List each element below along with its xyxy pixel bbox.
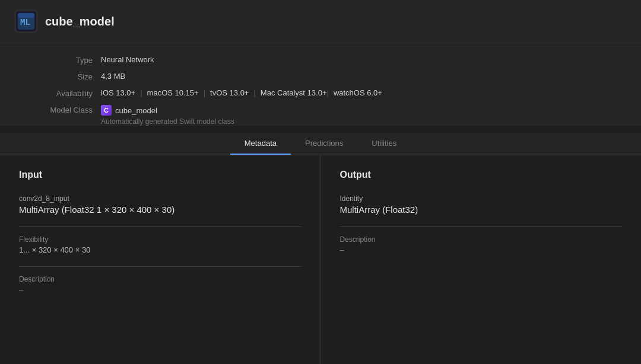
input-field-block: conv2d_8_input MultiArray (Float32 1 × 3… bbox=[19, 194, 302, 215]
avail-ios: iOS 13.0+ bbox=[101, 88, 135, 97]
input-flexibility-block: Flexibility 1... × 320 × 400 × 30 bbox=[19, 235, 302, 254]
input-field-value: MultiArray (Float32 1 × 320 × 400 × 30) bbox=[19, 205, 302, 215]
tab-utilities[interactable]: Utilities bbox=[357, 133, 411, 155]
avail-catalyst: Mac Catalyst 13.0+ bbox=[261, 88, 327, 97]
size-row: Size 4,3 MB bbox=[24, 72, 617, 81]
output-field-block: Identity MultiArray (Float32) bbox=[340, 194, 623, 215]
input-description-value: – bbox=[19, 285, 302, 294]
header: ML cube_model bbox=[0, 0, 641, 43]
output-description-block: Description – bbox=[340, 235, 623, 254]
avail-watchos: watchOS 6.0+ bbox=[334, 88, 382, 97]
model-class-label: Model Class bbox=[24, 105, 101, 114]
svg-text:ML: ML bbox=[20, 17, 30, 27]
svg-rect-4 bbox=[18, 13, 34, 18]
input-flexibility-value: 1... × 320 × 400 × 30 bbox=[19, 245, 302, 254]
output-description-value: – bbox=[340, 245, 623, 254]
metadata-section: Type Neural Network Size 4,3 MB Availabi… bbox=[0, 43, 641, 126]
input-panel-title: Input bbox=[19, 170, 302, 180]
availability-label: Availability bbox=[24, 88, 101, 98]
type-row: Type Neural Network bbox=[24, 55, 617, 65]
output-panel: Output Identity MultiArray (Float32) Des… bbox=[321, 155, 642, 364]
output-divider-1 bbox=[340, 226, 623, 227]
output-field-name: Identity bbox=[340, 194, 623, 203]
size-value: 4,3 MB bbox=[101, 72, 617, 81]
class-icon: C bbox=[101, 105, 112, 116]
model-class-name-row: C cube_model bbox=[101, 105, 234, 116]
tab-metadata[interactable]: Metadata bbox=[230, 133, 291, 155]
avail-macos: macOS 10.15+ bbox=[147, 88, 199, 97]
input-field-name: conv2d_8_input bbox=[19, 194, 302, 203]
avail-tvos: tvOS 13.0+ bbox=[210, 88, 249, 97]
tab-predictions[interactable]: Predictions bbox=[291, 133, 357, 155]
output-field-value: MultiArray (Float32) bbox=[340, 205, 623, 215]
model-class-name-text: cube_model bbox=[115, 106, 157, 115]
input-divider-2 bbox=[19, 266, 302, 267]
type-value: Neural Network bbox=[101, 55, 617, 64]
output-panel-title: Output bbox=[340, 170, 623, 180]
availability-items: iOS 13.0+ | macOS 10.15+ | tvOS 13.0+ | … bbox=[101, 88, 617, 97]
tab-bar: Metadata Predictions Utilities bbox=[0, 133, 641, 155]
model-class-row: Model Class C cube_model Automatically g… bbox=[24, 105, 617, 126]
model-class-subtitle: Automatically generated Swift model clas… bbox=[101, 117, 234, 126]
model-title: cube_model bbox=[45, 15, 115, 28]
input-description-block: Description – bbox=[19, 275, 302, 294]
input-description-label: Description bbox=[19, 275, 302, 283]
input-panel: Input conv2d_8_input MultiArray (Float32… bbox=[0, 155, 321, 364]
input-flexibility-label: Flexibility bbox=[19, 235, 302, 244]
model-class-content: C cube_model Automatically generated Swi… bbox=[101, 105, 234, 126]
model-file-icon: ML bbox=[14, 9, 38, 33]
size-label: Size bbox=[24, 72, 101, 81]
input-divider-1 bbox=[19, 226, 302, 227]
main-content: Input conv2d_8_input MultiArray (Float32… bbox=[0, 155, 641, 364]
type-label: Type bbox=[24, 55, 101, 65]
output-description-label: Description bbox=[340, 235, 623, 244]
availability-row: Availability iOS 13.0+ | macOS 10.15+ | … bbox=[24, 88, 617, 98]
